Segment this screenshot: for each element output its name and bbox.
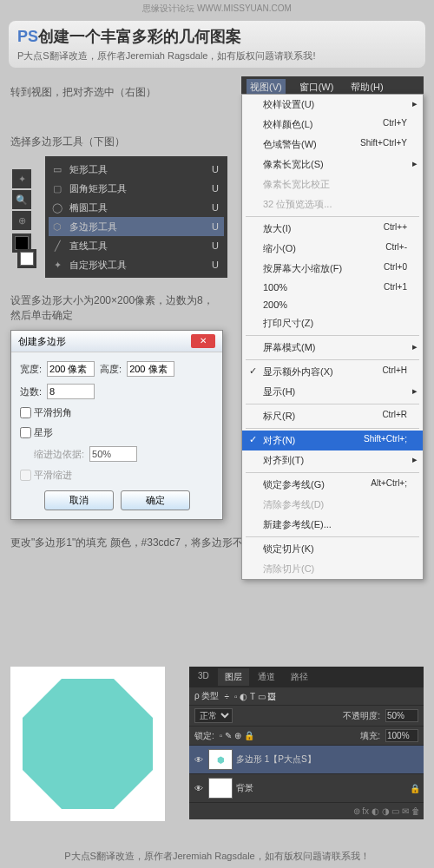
width-input[interactable] <box>47 361 95 377</box>
menu-item[interactable]: 像素长宽比(S)▸ <box>242 155 423 174</box>
height-input[interactable] <box>127 361 174 377</box>
tool-直线工具[interactable]: ╱直线工具U <box>49 236 224 255</box>
menu-item[interactable]: 放大(I)Ctrl++ <box>242 219 423 239</box>
menu-item[interactable]: 锁定切片(K) <box>242 539 423 559</box>
tool-矩形工具[interactable]: ▭矩形工具U <box>49 160 224 179</box>
zoom-icon[interactable]: ⊕ <box>12 211 31 230</box>
menu-item: 清除切片(C) <box>242 559 423 579</box>
canvas-preview <box>10 667 165 821</box>
panel-tabs: 3D图层通道路径 <box>189 667 424 687</box>
menu-item[interactable]: 对齐到(T)▸ <box>242 450 423 470</box>
menu-item[interactable]: 锁定参考线(G)Alt+Ctrl+; <box>242 475 423 495</box>
octagon-shape <box>23 679 153 809</box>
layer-row[interactable]: 👁⬢多边形 1【P大点S】 <box>189 746 424 774</box>
ok-button[interactable]: 确定 <box>121 490 190 510</box>
menu-item[interactable]: 色域警告(W)Shift+Ctrl+Y <box>242 135 423 155</box>
menu-item[interactable]: 按屏幕大小缩放(F)Ctrl+0 <box>242 259 423 279</box>
menu-item[interactable]: 打印尺寸(Z) <box>242 313 423 333</box>
filter-icons[interactable]: ▫ ◐ T ▭ 🖼 <box>234 692 276 701</box>
menu-item[interactable]: ✓显示额外内容(X)Ctrl+H <box>242 362 423 382</box>
layers-footer[interactable]: ⊚ fx ◐ ◑ ▭ ✉ 🗑 <box>189 803 424 819</box>
tool-自定形状工具[interactable]: ✦自定形状工具U <box>49 255 224 274</box>
tab-3D[interactable]: 3D <box>191 668 216 686</box>
tab-路径[interactable]: 路径 <box>284 668 315 686</box>
menu-item[interactable]: 缩小(O)Ctrl+- <box>242 239 423 259</box>
close-icon[interactable]: ✕ <box>191 334 215 348</box>
toolbar-side: ✦ 🔍 ⊕ <box>12 169 36 268</box>
view-menu-dropdown: 校样设置(U)▸校样颜色(L)Ctrl+Y色域警告(W)Shift+Ctrl+Y… <box>241 94 424 580</box>
shape-tool-icon[interactable]: ✦ <box>12 169 31 188</box>
menu-item[interactable]: 屏幕模式(M)▸ <box>242 338 423 358</box>
page-header: PS创建一个丰富多彩的几何图案 P大点S翻译改造，原作者Jeremiah Rag… <box>9 21 425 68</box>
menu-item[interactable]: 100%Ctrl+1 <box>242 279 423 296</box>
sides-input[interactable] <box>47 384 95 399</box>
create-polygon-dialog: 创建多边形 ✕ 宽度: 高度: 边数: 平滑拐角 星形 缩进边依据: 平滑缩进 … <box>10 330 223 520</box>
lock-icons[interactable]: ▫ ✎ ⊕ 🔒 <box>220 731 254 740</box>
menu-item[interactable]: 新建参考线(E)... <box>242 515 423 535</box>
menu-item: 像素长宽比校正 <box>242 174 423 194</box>
page-subtitle: P大点S翻译改造，原作者Jeremiah Ragsdale，如有版权问题请联系我… <box>17 49 417 62</box>
fill-input[interactable] <box>385 729 418 742</box>
opacity-input[interactable] <box>385 709 418 722</box>
smooth-indent-checkbox: 平滑缩进 <box>20 469 72 482</box>
tool-多边形工具[interactable]: ⬡多边形工具U <box>49 217 224 236</box>
tool-椭圆工具[interactable]: ◯椭圆工具U <box>49 198 224 217</box>
footer-text: P大点S翻译改造，原作者Jeremiah Ragsdale，如有版权问题请联系我… <box>0 850 434 863</box>
step3-text: 设置多边形大小为200×200像素，边数为8，然后单击确定 <box>10 293 219 323</box>
menu-item[interactable]: 显示(H)▸ <box>242 382 423 402</box>
menu-item[interactable]: 标尺(R)Ctrl+R <box>242 406 423 426</box>
tab-通道[interactable]: 通道 <box>251 668 282 686</box>
page-title: PS创建一个丰富多彩的几何图案 <box>17 26 417 47</box>
filter-kind[interactable]: ρ 类型 <box>194 690 219 702</box>
blend-mode-select[interactable]: 正常 <box>194 708 233 723</box>
magnify-icon[interactable]: 🔍 <box>12 190 31 209</box>
menu-item: 32 位预览选项... <box>242 194 423 214</box>
menu-item[interactable]: 校样颜色(L)Ctrl+Y <box>242 115 423 135</box>
tab-图层[interactable]: 图层 <box>218 668 249 686</box>
menu-item: 清除参考线(D) <box>242 495 423 515</box>
smooth-corners-checkbox[interactable]: 平滑拐角 <box>20 406 72 419</box>
layers-panel: 3D图层通道路径 ρ 类型÷ ▫ ◐ T ▭ 🖼 正常 不透明度: 锁定:▫ ✎… <box>189 667 424 819</box>
menu-item[interactable]: 校样设置(U)▸ <box>242 95 423 115</box>
indent-input <box>89 446 137 462</box>
shape-tool-flyout: ▭矩形工具U▢圆角矩形工具U◯椭圆工具U⬡多边形工具U╱直线工具U✦自定形状工具… <box>45 156 227 278</box>
dialog-titlebar: 创建多边形 ✕ <box>11 331 222 352</box>
cancel-button[interactable]: 取消 <box>44 490 114 510</box>
tool-圆角矩形工具[interactable]: ▢圆角矩形工具U <box>49 179 224 198</box>
star-checkbox[interactable]: 星形 <box>20 426 53 439</box>
menu-item[interactable]: 200% <box>242 296 423 313</box>
layer-row[interactable]: 👁背景🔒 <box>189 774 424 803</box>
watermark: 思缘设计论坛 WWW.MISSYUAN.COM <box>0 0 434 17</box>
menu-item[interactable]: ✓对齐(N)Shift+Ctrl+; <box>242 431 423 450</box>
